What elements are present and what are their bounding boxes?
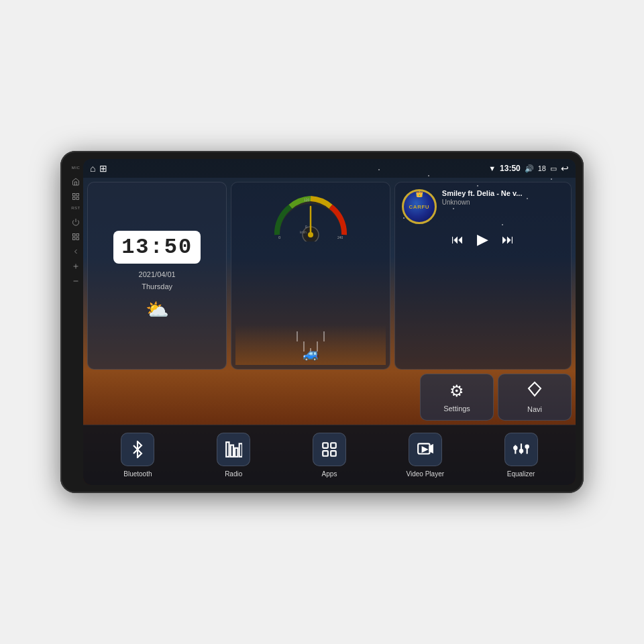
settings-label: Settings (443, 405, 470, 413)
back-side-button[interactable] (70, 246, 81, 257)
svg-rect-22 (231, 445, 233, 457)
speedometer-widget: 0 120 240 0 km/h (231, 182, 390, 370)
svg-marker-20 (529, 382, 541, 396)
radio-icon (217, 433, 250, 466)
radio-label: Radio (225, 470, 242, 478)
svg-marker-30 (429, 445, 432, 453)
svg-rect-0 (73, 194, 76, 197)
svg-rect-3 (76, 197, 79, 200)
power-side-button[interactable] (70, 217, 81, 227)
svg-text:120: 120 (304, 198, 310, 202)
bottom-bar: Bluetooth Radio (83, 425, 576, 485)
weather-icon: ⛅ (146, 299, 169, 321)
back-nav-icon[interactable]: ↩ (561, 163, 569, 174)
navi-label: Navi (527, 405, 542, 413)
svg-rect-25 (323, 443, 328, 448)
music-widget: CARFU 👑 Smiley ft. Delia - Ne v... Unkno… (394, 182, 572, 370)
settings-icon: ⚙ (449, 382, 464, 400)
clock-time-display: 13:50 (113, 231, 201, 264)
video-player-button[interactable]: Video Player (377, 433, 473, 478)
navi-button[interactable]: Navi (498, 374, 572, 421)
svg-rect-8 (76, 237, 79, 240)
mic-label: MIC (72, 166, 80, 170)
equalizer-icon (504, 433, 538, 466)
svg-marker-31 (422, 447, 427, 452)
equalizer-label: Equalizer (507, 470, 535, 478)
svg-rect-26 (331, 443, 336, 448)
home-side-button[interactable] (70, 176, 81, 187)
svg-point-37 (525, 445, 528, 448)
svg-rect-23 (235, 448, 237, 457)
music-top: CARFU 👑 Smiley ft. Delia - Ne v... Unkno… (402, 189, 564, 224)
apps-side-button[interactable] (70, 191, 81, 202)
clock-date: 2021/04/01 Thursday (139, 269, 176, 292)
music-controls: ⏮ ▶ ⏭ (402, 231, 564, 248)
prev-button[interactable]: ⏮ (451, 233, 464, 247)
radio-button[interactable]: Radio (186, 433, 282, 478)
svg-rect-27 (323, 451, 328, 456)
volume-icon: 🔊 (525, 164, 534, 173)
music-title: Smiley ft. Delia - Ne v... (442, 189, 564, 197)
svg-rect-1 (76, 194, 79, 197)
apps-button[interactable]: Apps (282, 433, 378, 478)
car-head-unit: MIC RST (60, 151, 584, 493)
video-icon (409, 433, 442, 466)
window-icon: ▭ (550, 164, 557, 173)
next-button[interactable]: ⏭ (502, 233, 514, 247)
rst-label: RST (71, 206, 80, 210)
status-time: 13:50 (500, 164, 521, 173)
status-bar: ⌂ ⊞ ▼ 13:50 🔊 18 ▭ ↩ (83, 159, 576, 178)
vol-up-button[interactable] (70, 261, 81, 272)
menu-side-button[interactable] (70, 231, 81, 242)
vol-down-button[interactable] (70, 276, 81, 286)
main-screen: ⌂ ⊞ ▼ 13:50 🔊 18 ▭ ↩ 13:50 (83, 159, 576, 485)
album-art: CARFU 👑 (402, 189, 437, 224)
settings-button[interactable]: ⚙ Settings (420, 374, 494, 421)
svg-rect-2 (73, 197, 76, 200)
svg-text:0: 0 (278, 235, 281, 239)
bluetooth-label: Bluetooth (123, 470, 152, 478)
clock-widget: 13:50 2021/04/01 Thursday ⛅ (87, 182, 227, 370)
svg-rect-28 (331, 451, 336, 456)
svg-point-33 (514, 447, 517, 449)
road-scene: 🚙 (235, 318, 386, 365)
svg-text:240: 240 (337, 235, 343, 239)
svg-rect-6 (76, 234, 79, 237)
speedometer-svg: 0 120 240 0 km/h (270, 188, 351, 241)
album-art-label: CARFU (409, 204, 430, 210)
svg-point-35 (519, 449, 522, 452)
svg-rect-5 (73, 234, 76, 237)
wifi-icon: ▼ (488, 164, 496, 172)
video-label: Video Player (407, 470, 445, 478)
equalizer-button[interactable]: Equalizer (473, 433, 569, 478)
svg-text:0: 0 (305, 225, 307, 229)
main-content-area: 13:50 2021/04/01 Thursday ⛅ (83, 178, 576, 425)
volume-level: 18 (538, 164, 546, 172)
apps-label: Apps (322, 470, 337, 478)
bluetooth-icon (121, 433, 154, 466)
clock-date-line1: 2021/04/01 (139, 270, 176, 278)
top-widgets-row: 13:50 2021/04/01 Thursday ⛅ (87, 182, 572, 370)
music-artist: Unknown (442, 199, 564, 206)
car-icon: 🚙 (303, 345, 319, 362)
status-apps-icon[interactable]: ⊞ (99, 163, 107, 174)
bluetooth-button[interactable]: Bluetooth (90, 433, 186, 478)
apps-icon (313, 433, 346, 466)
side-button-panel: MIC RST (68, 159, 83, 485)
clock-date-line2: Thursday (142, 282, 172, 290)
music-info: Smiley ft. Delia - Ne v... Unknown (442, 189, 564, 206)
svg-rect-21 (226, 442, 229, 457)
svg-text:km/h: km/h (300, 231, 307, 234)
svg-rect-7 (73, 237, 76, 240)
action-buttons-row: ⚙ Settings Navi (87, 374, 572, 421)
navi-icon (527, 381, 543, 401)
play-button[interactable]: ▶ (477, 231, 488, 248)
status-home-icon[interactable]: ⌂ (90, 163, 95, 174)
svg-rect-24 (239, 443, 242, 457)
svg-point-14 (308, 232, 313, 237)
